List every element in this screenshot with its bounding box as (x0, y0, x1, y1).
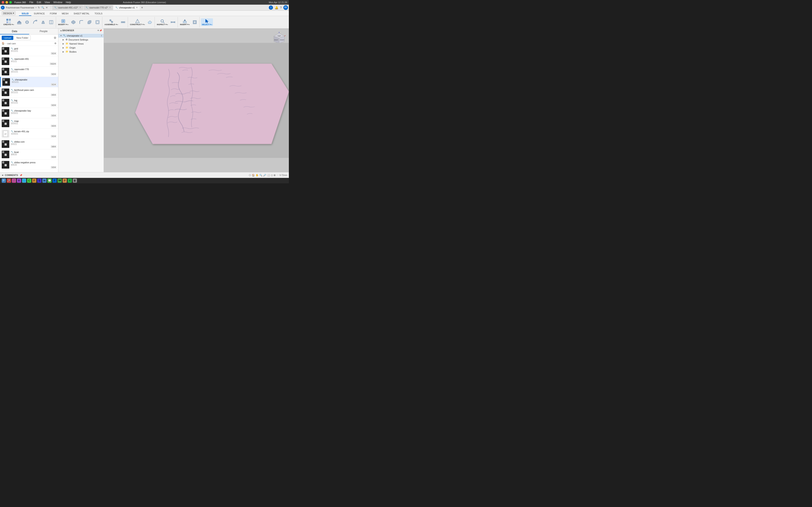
dock-slack[interactable]: S (37, 178, 42, 183)
browser-named-views[interactable]: ▶ 📁 Named Views (58, 42, 104, 46)
dock-chrome[interactable]: C (27, 178, 31, 183)
toolbar-item-insert[interactable]: INSERT ▾ (179, 18, 191, 26)
add-tab-button[interactable]: + (140, 6, 144, 9)
sidebar-item-5[interactable]: ◼🔧log3/21/21V2 ▾ (0, 98, 58, 108)
sidebar-item-10[interactable]: ◼🔧boat8/8/20V1 ▾ (0, 149, 58, 160)
toolbar-item-loft[interactable] (39, 19, 47, 25)
dock-preview[interactable]: P (63, 178, 67, 183)
sidebar-item-2[interactable]: ◼🔧rawmodel-7703/21/21V2 ▾ (0, 66, 58, 77)
vp-home-btn[interactable]: 🏠 (252, 174, 255, 177)
vp-zoom-out-btn[interactable]: 🔎 (263, 174, 266, 177)
dock-excel[interactable]: X (68, 178, 72, 183)
browser-collapse-icon-bottom[interactable]: ◀ (2, 174, 3, 176)
tab-close-chesapeake[interactable]: ✕ (136, 6, 138, 9)
root-info-icon[interactable]: ℹ (101, 35, 102, 37)
menu-window[interactable]: Window (53, 1, 62, 4)
toolbar-item-sweep[interactable] (31, 19, 39, 25)
sidebar-item-1[interactable]: ◼🔧rawmodel-4914/1/21V12 ▾ (0, 56, 58, 66)
tab-chesapeake[interactable]: 🔧 chesapeake v1 ✕ (113, 5, 140, 10)
path-home-icon[interactable]: 🏠 (2, 42, 5, 45)
dock-safari[interactable]: 🌐 (22, 178, 26, 183)
sidebar-item-7[interactable]: ◼🔧map3/20/21V2 ▾ (0, 118, 58, 129)
toolbar-tab-mesh[interactable]: MESH (59, 12, 71, 16)
vp-more-btn[interactable]: ⋯ (276, 174, 279, 177)
dock-firefox[interactable]: F (32, 178, 36, 183)
sidebar-item-9[interactable]: ◼🔧shiba coin3/3/21V8 ▾ (0, 139, 58, 149)
bell-icon[interactable]: 🔔 (275, 6, 278, 9)
toolbar-item-press-pull[interactable] (69, 19, 77, 25)
vp-view-cube-btn[interactable]: ⬡ (249, 174, 251, 177)
refresh-button[interactable]: ↻ (38, 6, 40, 9)
close-button[interactable] (2, 1, 4, 4)
vp-zoom-fit-btn[interactable]: ⬜ (267, 174, 270, 177)
toolbar-item-inspect[interactable]: INSPECT ▾ (156, 18, 169, 26)
toolbar-item-revolve[interactable] (23, 19, 31, 25)
help-icon[interactable]: ? (280, 6, 282, 9)
tab-rawmodel491[interactable]: 🔧 rawmodel-491.v12* ✕ (52, 5, 83, 10)
search-button[interactable]: 🔍 (41, 6, 44, 9)
toolbar-tab-tools[interactable]: TOOLS (92, 12, 105, 16)
toolbar-item-insert2[interactable] (191, 19, 199, 25)
tab-rawmodel770[interactable]: 🔧 rawmodel-770 v2* ✕ (84, 5, 113, 10)
new-folder-button[interactable]: New Folder (14, 36, 31, 40)
browser-doc-settings[interactable]: ▶ ⚙ Document Settings (58, 38, 104, 42)
dock-trash[interactable]: 🗑 (73, 178, 77, 183)
settings-button[interactable]: ⚙ (54, 36, 56, 40)
browser-pin-button[interactable]: 📌 (99, 30, 102, 32)
vp-grid-btn[interactable]: ⊞ (273, 174, 275, 177)
dock-finder[interactable]: 🔍 (2, 178, 6, 183)
path-settings-icon[interactable]: ⚙ (54, 42, 56, 45)
toolbar-item-shell[interactable] (94, 19, 101, 25)
menu-view[interactable]: View (44, 1, 50, 4)
sidebar-tab-data[interactable]: Data (0, 29, 29, 35)
path-label[interactable]: cad cam (7, 42, 16, 45)
toolbar-tab-solid[interactable]: SOLID (19, 12, 31, 16)
dock-music[interactable]: 🎵 (12, 178, 16, 183)
dock-maps[interactable]: 🗺 (57, 178, 62, 183)
tab-close-rawmodel770[interactable]: ✕ (109, 6, 111, 9)
browser-root-item[interactable]: ▼ 🔧 chesapeake v1 ℹ (58, 34, 104, 38)
maximize-button[interactable] (9, 1, 12, 4)
sidebar-item-8[interactable]: ZIP🔧terrain-491.zip3/20/21V1 ▾ (0, 129, 58, 139)
sidebar-item-3[interactable]: ◼🔧chesapeake3/21/21V1 ▾ (0, 77, 58, 87)
close-panel-button[interactable]: ✕ (46, 6, 48, 9)
toolbar-tab-sheetmetal[interactable]: SHEET METAL (71, 12, 92, 16)
profile-icon[interactable]: FF (283, 5, 288, 10)
dock-mail[interactable]: ✉ (42, 178, 47, 183)
toolbar-item-extrude[interactable] (15, 20, 23, 24)
toolbar-tab-surface[interactable]: SURFACE (31, 12, 47, 16)
sidebar-tab-people[interactable]: People (29, 29, 58, 35)
sidebar-item-11[interactable]: ◼🔧shiba negative press8/8/20V3 ▾ (0, 160, 58, 170)
vp-zoom-in-btn[interactable]: 🔍 (259, 174, 262, 177)
tab-close-rawmodel491[interactable]: ✕ (79, 6, 81, 9)
toolbar-item-joint[interactable] (119, 19, 127, 25)
toolbar-item-chamfer[interactable] (86, 19, 93, 25)
menu-edit[interactable]: Edit (37, 1, 41, 4)
vp-pan-btn[interactable]: ✋ (256, 174, 259, 177)
dock-launchpad[interactable]: 🚀 (7, 178, 11, 183)
browser-collapse-icon[interactable]: ◀ (60, 30, 61, 32)
sidebar-item-4[interactable]: ◼🔧berthoud pass cam3/21/21V5 ▾ (0, 87, 58, 98)
dock-fusion[interactable]: F (52, 178, 57, 183)
toolbar-tab-form[interactable]: FORM (47, 12, 59, 16)
toolbar-item-select[interactable]: SELECT ▾ (201, 18, 213, 26)
workspace-dropdown[interactable]: DESIGN ▾ (2, 11, 16, 15)
menu-help[interactable]: Help (66, 1, 71, 4)
notification-icon[interactable]: 1 (269, 5, 273, 10)
viewport[interactable]: TOP FRONT RIGHT Z X (104, 29, 289, 172)
toolbar-item-plane[interactable] (146, 19, 154, 25)
toolbar-item-measure[interactable] (169, 19, 177, 25)
toolbar-item-create[interactable]: CREATE ▾ (3, 18, 15, 26)
user-dropdown-icon[interactable]: ▾ (36, 7, 37, 9)
browser-origin[interactable]: ▶ 📁 Origin (58, 46, 104, 50)
browser-eye-button[interactable]: 👁 (97, 30, 99, 32)
menu-file[interactable]: File (29, 1, 33, 4)
toolbar-item-modify[interactable]: MODIFY ▾ (57, 18, 69, 26)
comments-expand-icon[interactable]: 📌 (20, 174, 22, 176)
toolbar-item-fillet[interactable] (78, 19, 85, 25)
browser-bodies[interactable]: ▶ 📁 Bodies (58, 50, 104, 54)
sidebar-item-6[interactable]: ◼🔧chesapeake bay3/20/21V3 ▾ (0, 108, 58, 118)
toolbar-item-construct[interactable]: CONSTRUCT ▾ (129, 18, 146, 26)
dock-podcast[interactable]: 🎙 (17, 178, 21, 183)
sidebar-item-0[interactable]: ◼🔧grid4/11/21V1 ▾ (0, 46, 58, 56)
